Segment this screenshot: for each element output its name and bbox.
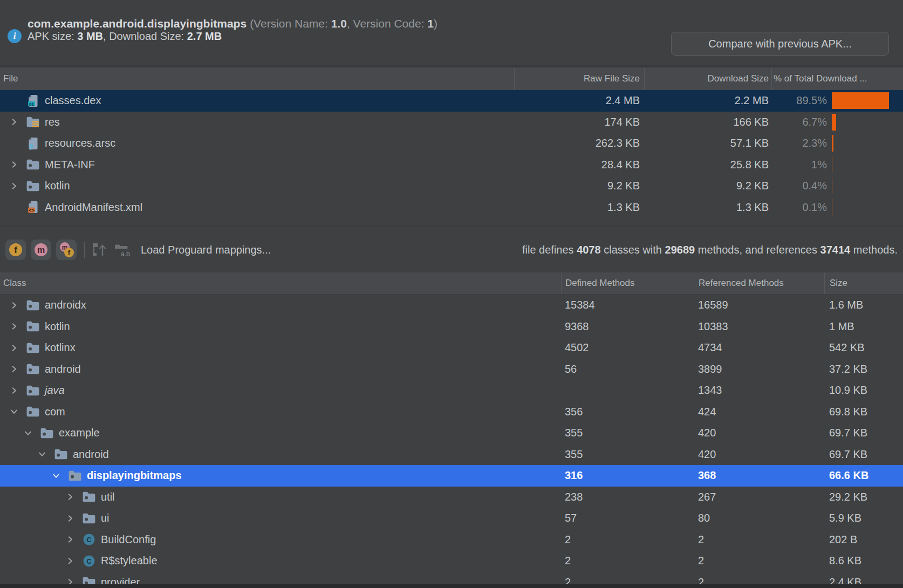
chevron-right-icon[interactable] <box>8 302 20 309</box>
chevron-right-icon[interactable] <box>8 118 20 126</box>
class-row-ui[interactable]: ui 57 80 5.9 KB <box>0 508 903 529</box>
size: 69.7 KB <box>824 448 903 461</box>
file-table-header: File Raw File Size Download Size % of To… <box>0 67 903 90</box>
svg-text:f: f <box>14 245 17 255</box>
chevron-right-icon[interactable] <box>8 182 20 190</box>
chevron-right-icon[interactable] <box>64 557 77 565</box>
size: 66.6 KB <box>824 469 903 482</box>
svg-text:a.b: a.b <box>121 250 130 258</box>
column-header-class[interactable]: Class <box>0 272 561 294</box>
file-row-resources-arsc[interactable]: resources.arsc 262.3 KB 57.1 KB 2.3% <box>0 133 903 154</box>
chevron-down-icon[interactable] <box>22 429 35 437</box>
chevron-right-icon[interactable] <box>64 515 77 522</box>
size: 29.2 KB <box>824 491 903 503</box>
class-row-util[interactable]: util 238 267 29.2 KB <box>0 487 903 508</box>
file-row-classes-dex[interactable]: classes.dex 2.4 MB 2.2 MB 89.5% <box>0 90 903 112</box>
package-name: util <box>101 491 115 503</box>
expand-all-icon[interactable] <box>91 242 107 258</box>
class-name: R$styleable <box>101 555 158 567</box>
size: 202 B <box>824 534 903 546</box>
pct-bar <box>832 135 833 152</box>
load-proguard-mappings-link[interactable]: Load Proguard mappings... <box>141 244 271 256</box>
download-size: 25.8 KB <box>644 159 771 171</box>
apk-header: com.example.android.displayingbitmaps(Ve… <box>0 0 903 65</box>
res-folder-icon <box>26 115 40 128</box>
class-row-java[interactable]: java 1343 10.9 KB <box>0 380 903 401</box>
size: 1 MB <box>824 320 903 333</box>
defined-methods: 2 <box>561 555 694 567</box>
class-row-kotlin[interactable]: kotlin 9368 10383 1 MB <box>0 316 903 338</box>
chevron-right-icon[interactable] <box>8 323 20 330</box>
referenced-methods: 16589 <box>694 299 824 311</box>
column-header-raw-file-size[interactable]: Raw File Size <box>514 67 644 90</box>
chevron-right-icon[interactable] <box>8 387 20 394</box>
folder-icon <box>26 341 40 354</box>
file-row-res[interactable]: res 174 KB 166 KB 6.7% <box>0 112 903 133</box>
chevron-right-icon[interactable] <box>64 493 77 501</box>
defined-methods: 355 <box>561 448 694 461</box>
file-name: classes.dex <box>45 94 101 107</box>
class-table: Class Defined Methods Referenced Methods… <box>0 272 903 588</box>
show-referenced-nodes-toggle-button[interactable]: mf <box>56 240 77 260</box>
deobfuscate-names-icon[interactable]: a.b <box>114 242 130 258</box>
referenced-methods: 368 <box>694 469 824 482</box>
file-table: File Raw File Size Download Size % of To… <box>0 67 903 218</box>
referenced-methods: 2 <box>694 534 824 546</box>
pct-of-total: 89.5% <box>771 94 827 107</box>
download-size: 166 KB <box>644 116 771 128</box>
column-header-pct-of-total-download[interactable]: % of Total Download ... <box>771 67 903 90</box>
column-header-file[interactable]: File <box>0 67 514 90</box>
pct-of-total: 2.3% <box>771 137 827 149</box>
chevron-right-icon[interactable] <box>8 365 20 373</box>
column-header-defined-methods[interactable]: Defined Methods <box>561 272 694 294</box>
pct-of-total: 0.4% <box>771 180 827 192</box>
show-methods-toggle-button[interactable]: m <box>31 240 51 260</box>
manifest-file-icon <box>26 201 40 214</box>
dex-file-icon <box>26 94 40 107</box>
chevron-down-icon[interactable] <box>8 408 20 415</box>
svg-text:m: m <box>37 245 45 255</box>
class-row-android-pkg[interactable]: android 355 420 69.7 KB <box>0 444 903 466</box>
column-header-download-size[interactable]: Download Size <box>644 67 771 90</box>
size: 69.7 KB <box>824 427 903 439</box>
version-info: (Version Name: 1.0, Version Code: 1) <box>250 17 437 30</box>
folder-icon <box>40 427 54 440</box>
column-header-referenced-methods[interactable]: Referenced Methods <box>694 272 824 294</box>
class-table-header: Class Defined Methods Referenced Methods… <box>0 272 903 295</box>
class-row-androidx[interactable]: androidx 15384 16589 1.6 MB <box>0 295 903 316</box>
download-size: 57.1 KB <box>644 137 771 149</box>
defined-methods: 2 <box>561 534 694 546</box>
referenced-methods: 3899 <box>694 363 824 375</box>
show-fields-toggle-button[interactable]: f <box>5 240 26 260</box>
size: 37.2 KB <box>824 363 903 375</box>
class-row-displayingbitmaps[interactable]: displayingbitmaps 316 368 66.6 KB <box>0 465 903 487</box>
folder-icon <box>26 158 40 171</box>
raw-file-size: 174 KB <box>514 116 644 128</box>
chevron-right-icon[interactable] <box>8 344 20 352</box>
class-row-kotlinx[interactable]: kotlinx 4502 4734 542 KB <box>0 337 903 359</box>
defined-methods: 4502 <box>561 341 694 354</box>
class-row-rstyleable[interactable]: R$styleable 2 2 8.6 KB <box>0 550 903 572</box>
package-name: com <box>45 406 65 418</box>
file-row-meta-inf[interactable]: META-INF 28.4 KB 25.8 KB 1% <box>0 154 903 176</box>
referenced-methods: 424 <box>694 406 824 418</box>
file-row-kotlin[interactable]: kotlin 9.2 KB 9.2 KB 0.4% <box>0 175 903 197</box>
chevron-down-icon[interactable] <box>50 472 63 480</box>
chevron-right-icon[interactable] <box>64 536 77 543</box>
chevron-down-icon[interactable] <box>36 450 49 458</box>
raw-file-size: 1.3 KB <box>514 201 644 214</box>
referenced-methods: 10383 <box>694 320 824 333</box>
class-row-example[interactable]: example 355 420 69.7 KB <box>0 422 903 444</box>
dex-toolbar: f m mf a.b Load Proguard mappings... fil… <box>0 227 903 272</box>
package-name: kotlin <box>45 320 70 333</box>
column-header-size[interactable]: Size <box>824 272 903 294</box>
class-row-com[interactable]: com 356 424 69.8 KB <box>0 401 903 423</box>
folder-icon <box>68 469 82 482</box>
referenced-methods: 2 <box>694 555 824 567</box>
chevron-right-icon[interactable] <box>8 161 20 168</box>
svg-text:f: f <box>68 249 71 257</box>
compare-with-previous-apk-button[interactable]: Compare with previous APK... <box>671 32 889 56</box>
file-row-androidmanifest[interactable]: AndroidManifest.xml 1.3 KB 1.3 KB 0.1% <box>0 197 903 218</box>
class-row-buildconfig[interactable]: BuildConfig 2 2 202 B <box>0 529 903 551</box>
class-row-android[interactable]: android 56 3899 37.2 KB <box>0 359 903 380</box>
